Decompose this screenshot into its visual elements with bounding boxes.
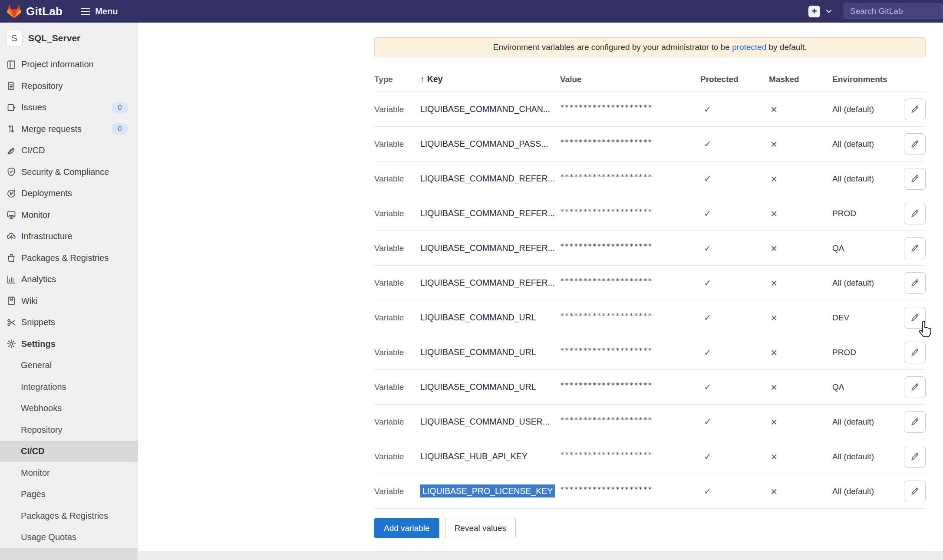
reveal-values-button[interactable]: Reveal values	[445, 518, 516, 538]
sidebar-item-ci-cd[interactable]: CI/CD	[0, 140, 138, 161]
protected-check-icon: ✓	[700, 347, 769, 358]
variable-row: Variable LIQUIBASE_COMMAND_REFER... ****…	[374, 266, 926, 300]
variable-key: LIQUIBASE_COMMAND_URL	[420, 347, 536, 357]
sidebar-subitem-ci-cd[interactable]: CI/CD	[0, 441, 138, 462]
sidebar-item-snippets[interactable]: Snippets	[0, 312, 138, 333]
variable-row: Variable LIQUIBASE_HUB_API_KEY *********…	[374, 439, 926, 474]
chevron-down-icon[interactable]	[825, 9, 832, 14]
project-name[interactable]: SQL_Server	[28, 33, 80, 43]
deployments-icon	[6, 188, 16, 199]
edit-variable-button[interactable]	[904, 307, 926, 329]
variable-masked-value: ********************	[560, 346, 700, 355]
sidebar-item-settings[interactable]: Settings	[0, 333, 138, 355]
edit-variable-button[interactable]	[904, 168, 926, 190]
pencil-icon	[910, 313, 920, 323]
edit-variable-button[interactable]	[904, 481, 926, 502]
header-key[interactable]: ↑Key	[420, 74, 560, 84]
pencil-icon	[910, 486, 920, 496]
masked-x-icon: ×	[769, 416, 832, 428]
edit-variable-button[interactable]	[904, 342, 926, 363]
search-input[interactable]	[844, 3, 943, 19]
variable-masked-value: ********************	[560, 138, 700, 146]
pencil-icon	[910, 139, 920, 149]
sidebar-item-packages-registries[interactable]: Packages & Registries	[0, 247, 138, 269]
sort-ascending-icon[interactable]: ↑	[420, 74, 425, 84]
variable-masked-value: ********************	[560, 242, 700, 250]
variable-type: Variable	[374, 417, 420, 427]
issues-icon	[6, 102, 16, 113]
variables-table: Type ↑Key Value Protected Masked Environ…	[374, 57, 926, 509]
gitlab-brand-text[interactable]: GitLab	[26, 5, 63, 18]
variable-type: Variable	[374, 382, 420, 392]
variable-row: Variable LIQUIBASE_COMMAND_URL *********…	[374, 300, 926, 335]
sidebar-item-infrastructure[interactable]: Infrastructure	[0, 226, 138, 247]
edit-variable-button[interactable]	[904, 376, 926, 398]
sidebar-subitem-pages[interactable]: Pages	[0, 484, 138, 505]
sidebar-item-security-compliance[interactable]: Security & Compliance	[0, 161, 138, 183]
top-navbar: GitLab Menu +	[0, 0, 943, 23]
gitlab-tanuki-logo-icon[interactable]	[6, 4, 22, 19]
pencil-icon	[910, 104, 920, 114]
protected-link[interactable]: protected	[732, 43, 766, 52]
variable-type: Variable	[374, 105, 420, 114]
sidebar-item-deployments[interactable]: Deployments	[0, 183, 138, 204]
protected-check-icon: ✓	[700, 139, 769, 149]
edit-variable-button[interactable]	[904, 99, 926, 120]
sidebar-nav-list: Project information Repository Issues 0 …	[0, 54, 138, 548]
variable-key: LIQUIBASE_COMMAND_REFER...	[420, 208, 555, 218]
variable-environments: PROD	[832, 348, 903, 357]
edit-variable-button[interactable]	[904, 446, 926, 468]
sidebar-item-wiki[interactable]: Wiki	[0, 290, 138, 312]
sidebar-item-monitor[interactable]: Monitor	[0, 204, 138, 226]
pencil-icon	[910, 417, 920, 427]
masked-x-icon: ×	[769, 486, 832, 497]
masked-x-icon: ×	[769, 382, 832, 393]
add-variable-button[interactable]: Add variable	[374, 518, 439, 538]
edit-variable-button[interactable]	[904, 203, 926, 224]
sidebar-item-analytics[interactable]: Analytics	[0, 269, 138, 290]
variable-row: Variable LIQUIBASE_COMMAND_PASS... *****…	[374, 127, 926, 161]
repository-icon	[6, 81, 16, 91]
variable-key: LIQUIBASE_PRO_LICENSE_KEY	[420, 484, 555, 497]
sidebar-subitem-usage-quotas[interactable]: Usage Quotas	[0, 527, 138, 548]
pencil-icon	[910, 174, 920, 184]
new-item-plus-button[interactable]: +	[808, 6, 820, 17]
variable-masked-value: ********************	[560, 173, 700, 181]
variable-type: Variable	[374, 487, 420, 496]
protected-check-icon: ✓	[700, 208, 769, 219]
edit-variable-button[interactable]	[904, 272, 926, 294]
variable-environments: PROD	[832, 209, 903, 218]
sidebar-subitem-integrations[interactable]: Integrations	[0, 376, 138, 398]
variable-type: Variable	[374, 452, 420, 461]
menu-button[interactable]: Menu	[81, 7, 118, 16]
sidebar-subitem-repository[interactable]: Repository	[0, 419, 138, 441]
actions-row: Add variable Reveal values	[374, 518, 926, 538]
snippets-icon	[6, 317, 16, 328]
variable-masked-value: ********************	[560, 416, 700, 424]
project-information-icon	[6, 59, 16, 70]
protected-check-icon: ✓	[700, 243, 769, 254]
project-avatar[interactable]: S	[6, 30, 23, 46]
sidebar-item-issues[interactable]: Issues 0	[0, 97, 138, 119]
variable-environments: DEV	[832, 313, 903, 323]
sidebar-subitem-general[interactable]: General	[0, 355, 138, 376]
sidebar-subitem-monitor[interactable]: Monitor	[0, 462, 138, 484]
protected-check-icon: ✓	[700, 104, 769, 115]
wiki-icon	[6, 296, 16, 306]
sidebar-item-repository[interactable]: Repository	[0, 76, 138, 97]
sidebar-subitem-webhooks[interactable]: Webhooks	[0, 398, 138, 419]
header-environments: Environments	[832, 75, 903, 84]
sidebar-item-project-information[interactable]: Project information	[0, 54, 138, 76]
edit-variable-button[interactable]	[904, 411, 926, 433]
sidebar-subitem-packages-registries[interactable]: Packages & Registries	[0, 505, 138, 527]
project-sidebar: S SQL_Server Project information Reposit…	[0, 23, 138, 560]
edit-variable-button[interactable]	[904, 133, 926, 155]
variable-environments: All (default)	[832, 174, 903, 184]
variables-table-header: Type ↑Key Value Protected Masked Environ…	[374, 57, 926, 92]
sidebar-item-merge-requests[interactable]: Merge requests 0	[0, 119, 138, 140]
header-protected: Protected	[700, 75, 769, 84]
header-masked: Masked	[769, 75, 832, 84]
variable-row: Variable LIQUIBASE_COMMAND_REFER... ****…	[374, 231, 926, 266]
variable-row: Variable LIQUIBASE_COMMAND_URL *********…	[374, 370, 926, 405]
edit-variable-button[interactable]	[904, 237, 926, 259]
